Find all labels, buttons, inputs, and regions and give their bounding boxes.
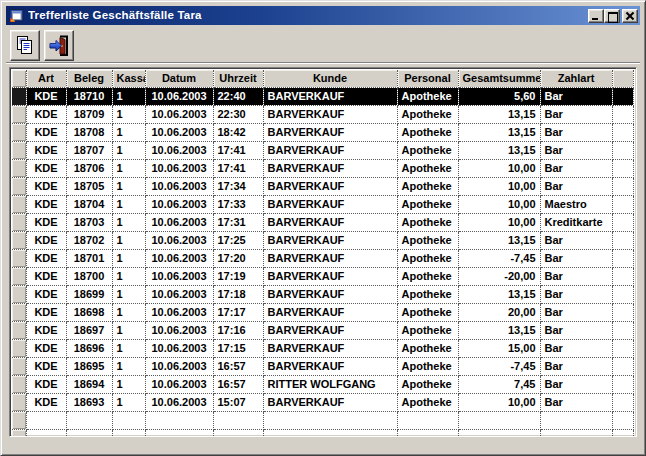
cell-art[interactable]: KDE [26,394,66,412]
cell-uhrzeit[interactable]: 17:25 [213,232,263,250]
cell-gesamtsumme[interactable]: 13,15 [458,124,540,142]
table-row[interactable]: KDE18701110.06.200317:20BARVERKAUFApothe… [12,250,634,268]
cell-zahlart[interactable]: Bar [540,88,612,106]
table-row[interactable]: KDE18694110.06.200316:57RITTER WOLFGANGA… [12,376,634,394]
cell-uhrzeit[interactable]: 16:57 [213,358,263,376]
table-row[interactable]: KDE18697110.06.200317:16BARVERKAUFApothe… [12,322,634,340]
cell-datum[interactable]: 10.06.2003 [145,124,213,142]
cell-zahlart[interactable]: Bar [540,394,612,412]
cell-kassa[interactable]: 1 [112,304,145,322]
cell-beleg[interactable]: 18703 [66,214,112,232]
cell-personal[interactable]: Apotheke [397,250,458,268]
cell-gesamtsumme[interactable]: 10,00 [458,196,540,214]
cell-kassa[interactable]: 1 [112,88,145,106]
cell-beleg[interactable]: 18693 [66,394,112,412]
cell-zahlart[interactable]: Bar [540,160,612,178]
table-row[interactable]: KDE18695110.06.200316:57BARVERKAUFApothe… [12,358,634,376]
cell-kunde[interactable]: BARVERKAUF [263,88,397,106]
cell-uhrzeit[interactable]: 22:40 [213,88,263,106]
cell-art[interactable]: KDE [26,250,66,268]
cell-kassa[interactable]: 1 [112,142,145,160]
cell-zahlart[interactable]: Bar [540,268,612,286]
cell-beleg[interactable]: 18709 [66,106,112,124]
cell-gesamtsumme[interactable]: -20,00 [458,268,540,286]
cell-kassa[interactable]: 1 [112,358,145,376]
column-header-uhrzeit[interactable]: Uhrzeit [213,70,263,88]
cell-beleg[interactable]: 18710 [66,88,112,106]
maximize-button[interactable] [604,9,620,23]
row-selector[interactable] [12,286,26,304]
cell-datum[interactable]: 10.06.2003 [145,142,213,160]
cell-kassa[interactable]: 1 [112,196,145,214]
cell-gesamtsumme[interactable]: 13,15 [458,286,540,304]
row-selector[interactable] [12,178,26,196]
table-row[interactable]: KDE18709110.06.200322:30BARVERKAUFApothe… [12,106,634,124]
row-selector[interactable] [12,340,26,358]
cell-kassa[interactable]: 1 [112,106,145,124]
row-selector[interactable] [12,88,26,106]
column-header-zahlart[interactable]: Zahlart [540,70,612,88]
table-row[interactable]: KDE18705110.06.200317:34BARVERKAUFApothe… [12,178,634,196]
cell-zahlart[interactable]: Kreditkarte [540,214,612,232]
cell-kunde[interactable]: RITTER WOLFGANG [263,376,397,394]
row-selector[interactable] [12,304,26,322]
cell-kassa[interactable]: 1 [112,160,145,178]
cell-zahlart[interactable]: Bar [540,304,612,322]
cell-uhrzeit[interactable]: 18:42 [213,124,263,142]
cell-gesamtsumme[interactable]: 13,15 [458,232,540,250]
column-header-kassa[interactable]: Kassa [112,70,145,88]
cell-personal[interactable]: Apotheke [397,88,458,106]
cell-gesamtsumme[interactable]: 10,00 [458,394,540,412]
cell-datum[interactable]: 10.06.2003 [145,214,213,232]
cell-personal[interactable]: Apotheke [397,106,458,124]
cell-zahlart[interactable]: Maestro [540,196,612,214]
cell-uhrzeit[interactable]: 22:30 [213,106,263,124]
row-selector[interactable] [12,160,26,178]
cell-beleg[interactable]: 18699 [66,286,112,304]
cell-zahlart[interactable]: Bar [540,376,612,394]
row-selector[interactable] [12,232,26,250]
cell-kassa[interactable]: 1 [112,250,145,268]
cell-datum[interactable]: 10.06.2003 [145,250,213,268]
cell-personal[interactable]: Apotheke [397,304,458,322]
cell-beleg[interactable]: 18707 [66,142,112,160]
cell-datum[interactable]: 10.06.2003 [145,160,213,178]
cell-art[interactable]: KDE [26,340,66,358]
cell-personal[interactable]: Apotheke [397,376,458,394]
cell-art[interactable]: KDE [26,106,66,124]
row-selector[interactable] [12,214,26,232]
table-row[interactable]: KDE18703110.06.200317:31BARVERKAUFApothe… [12,214,634,232]
row-selector[interactable] [12,196,26,214]
cell-kassa[interactable]: 1 [112,322,145,340]
cell-kunde[interactable]: BARVERKAUF [263,196,397,214]
cell-gesamtsumme[interactable]: 20,00 [458,304,540,322]
column-header-beleg[interactable]: Beleg [66,70,112,88]
cell-uhrzeit[interactable]: 17:41 [213,142,263,160]
cell-zahlart[interactable]: Bar [540,178,612,196]
cell-zahlart[interactable]: Bar [540,250,612,268]
table-row[interactable]: KDE18707110.06.200317:41BARVERKAUFApothe… [12,142,634,160]
cell-beleg[interactable]: 18695 [66,358,112,376]
cell-beleg[interactable]: 18698 [66,304,112,322]
table-row[interactable]: KDE18706110.06.200317:41BARVERKAUFApothe… [12,160,634,178]
cell-gesamtsumme[interactable]: 10,00 [458,214,540,232]
cell-art[interactable]: KDE [26,124,66,142]
cell-datum[interactable]: 10.06.2003 [145,88,213,106]
cell-art[interactable]: KDE [26,214,66,232]
cell-beleg[interactable]: 18706 [66,160,112,178]
cell-art[interactable]: KDE [26,286,66,304]
cell-personal[interactable]: Apotheke [397,322,458,340]
cell-uhrzeit[interactable]: 17:31 [213,214,263,232]
table-row[interactable]: KDE18702110.06.200317:25BARVERKAUFApothe… [12,232,634,250]
cell-art[interactable]: KDE [26,268,66,286]
cell-kassa[interactable]: 1 [112,124,145,142]
cell-zahlart[interactable]: Bar [540,232,612,250]
cell-uhrzeit[interactable]: 16:57 [213,376,263,394]
cell-personal[interactable]: Apotheke [397,232,458,250]
cell-zahlart[interactable]: Bar [540,322,612,340]
cell-kunde[interactable]: BARVERKAUF [263,268,397,286]
cell-uhrzeit[interactable]: 17:34 [213,178,263,196]
cell-beleg[interactable]: 18702 [66,232,112,250]
cell-datum[interactable]: 10.06.2003 [145,178,213,196]
column-header-kunde[interactable]: Kunde [263,70,397,88]
